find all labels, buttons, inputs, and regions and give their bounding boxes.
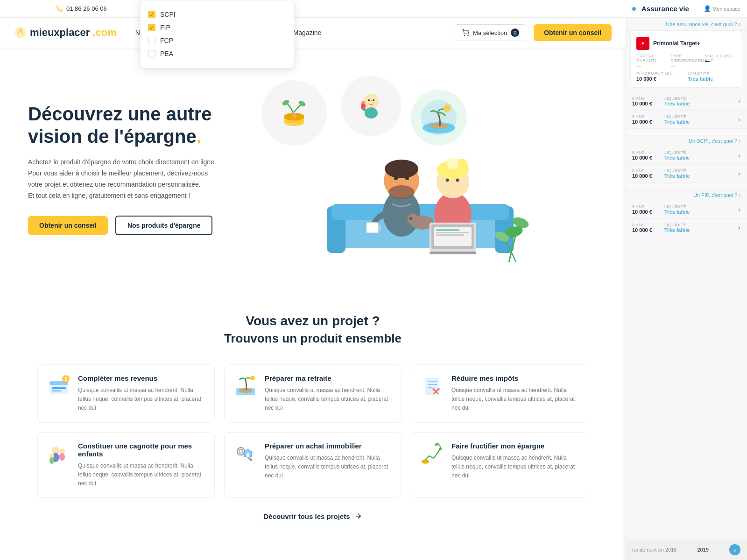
- svg-point-17: [430, 123, 448, 129]
- svg-rect-45: [436, 229, 459, 231]
- cart-icon: [462, 29, 469, 36]
- blue-dot-indicator: [632, 7, 636, 11]
- project-icon-enfants: [47, 442, 70, 465]
- logo-icon: [14, 26, 27, 39]
- hero-products-button[interactable]: Nos produits d'épargne: [115, 216, 213, 235]
- scpi2-ans-label: 8 ANS: [632, 168, 658, 173]
- svg-point-61: [432, 388, 435, 391]
- list-item-scpi-2[interactable]: 8 ANS 10 000 € LIQUIDITÉ Très faible ›: [626, 165, 747, 183]
- revenus-svg: $: [47, 374, 70, 398]
- project-icon-revenus: $: [47, 374, 70, 398]
- capital-garanti-value: —: [636, 63, 668, 69]
- dropdown-item-fip[interactable]: ✓ FIP: [148, 21, 286, 34]
- dropdown-item-fcp[interactable]: FCP: [148, 34, 286, 47]
- epargne-svg: [421, 442, 444, 465]
- baby-circle: [341, 76, 402, 136]
- svg-point-68: [49, 457, 54, 464]
- list-item-scpi-1[interactable]: 6 ANS 10 000 € LIQUIDITÉ Très faible ›: [626, 147, 747, 165]
- min-ans-label: MIN. À 5 ANS: [705, 54, 736, 58]
- selection-button[interactable]: Ma sélection 0: [455, 24, 526, 41]
- list-item-av-1[interactable]: 6 ANS 10 000 € LIQUIDITÉ Très faible ›: [626, 92, 747, 111]
- scpi2-placement: 10 000 €: [632, 173, 658, 179]
- project-card-retraite[interactable]: Préparer ma retraite Quisque convallis u…: [224, 364, 402, 423]
- svg-rect-54: [52, 390, 61, 392]
- top-bar: 01 86 26 06 06: [0, 0, 626, 18]
- svg-point-59: [250, 376, 255, 380]
- pea-checkbox[interactable]: [148, 50, 155, 57]
- featured-product-card[interactable]: P Primonial Target+ CAPITAL GARANTI — TY…: [630, 31, 742, 88]
- project-content-enfants: Constituer une cagnotte pour mes enfants…: [78, 442, 205, 489]
- list-item-fip-1[interactable]: 8 ANS 10 000 € LIQUIDITÉ Très faible ›: [626, 201, 747, 219]
- mon-espace-button[interactable]: 👤 Mon espace: [704, 5, 740, 12]
- scpi-checkbox[interactable]: ✓: [148, 11, 155, 18]
- project-card-enfants[interactable]: Constituer une cagnotte pour mes enfants…: [37, 432, 215, 498]
- phone-icon: [56, 5, 63, 13]
- hero-text: Découvrez une autre vision de l'épargne.…: [28, 103, 233, 235]
- fip1-arrow: ›: [738, 205, 740, 214]
- list-item-fip-2[interactable]: 8 ANS 10 000 € LIQUIDITÉ Très faible ›: [626, 219, 747, 237]
- dropdown-item-pea[interactable]: PEA: [148, 47, 286, 60]
- svg-rect-43: [430, 252, 476, 254]
- nav-magazine[interactable]: Magazine: [293, 29, 322, 36]
- liquidite-label: LIQUIDITÉ: [688, 71, 736, 76]
- projects-subtitle: Trouvons un produit ensemble: [37, 331, 588, 346]
- hero-title-dot: .: [197, 126, 202, 147]
- assurance-vie-learn-link[interactable]: Une assurance vie, c'est quoi ?: [666, 21, 737, 27]
- svg-point-13: [368, 99, 370, 101]
- svg-rect-73: [247, 453, 249, 457]
- project-content-retraite: Préparer ma retraite Quisque convallis u…: [265, 374, 392, 413]
- hero-title: Découvrez une autre vision de l'épargne.: [28, 103, 233, 147]
- project-icon-epargne: [421, 442, 444, 465]
- av2-liq-label: LIQUIDITÉ: [664, 114, 690, 119]
- scpi1-liq-value: Très faible: [664, 155, 690, 161]
- svg-point-3: [468, 35, 468, 35]
- hero-subtitle: Achetez le produit d'épargne de votre ch…: [28, 157, 233, 201]
- av2-liq-value: Très faible: [664, 119, 690, 125]
- svg-point-74: [439, 448, 442, 450]
- fip-checkbox[interactable]: ✓: [148, 24, 155, 31]
- svg-point-33: [409, 217, 412, 220]
- project-content-epargne: Faire fructifier mon épargne Quisque con…: [451, 442, 578, 481]
- dropdown-item-scpi[interactable]: ✓ SCPI: [148, 8, 286, 21]
- product-name: Primonial Target+: [653, 40, 700, 47]
- impots-svg: [421, 374, 444, 398]
- svg-rect-9: [292, 113, 296, 119]
- primonial-logo: P: [636, 37, 649, 50]
- main-header: mieuxplacer.com Nos produits Qui sommes-…: [0, 18, 626, 48]
- scpi1-liq-label: LIQUIDITÉ: [664, 150, 690, 155]
- svg-point-14: [373, 99, 374, 101]
- discover-all-projects-link[interactable]: Découvrir tous les projets: [37, 512, 588, 520]
- footer-next-btn[interactable]: ›: [729, 544, 740, 555]
- phone-number: 01 86 26 06 06: [66, 5, 107, 12]
- projects-section: Vous avez un projet ? Trouvons un produi…: [0, 290, 626, 544]
- svg-point-25: [388, 185, 415, 199]
- arrow-right-icon: [354, 512, 362, 520]
- scpi-learn-link[interactable]: Un SCPI, c'est quoi ? ›: [626, 135, 747, 147]
- scpi1-placement: 10 000 €: [632, 155, 658, 161]
- couple-svg: [303, 132, 537, 262]
- svg-rect-72: [250, 460, 252, 461]
- hero-conseil-button[interactable]: Obtenir un conseil: [28, 216, 108, 235]
- logo-dot-com: .com: [92, 27, 116, 39]
- project-card-immobilier[interactable]: Préparer un achat immobilier Quisque con…: [224, 432, 402, 498]
- phone-link[interactable]: 01 86 26 06 06: [56, 5, 107, 13]
- av2-placement: 10 000 €: [632, 119, 658, 125]
- logo[interactable]: mieuxplacer.com: [14, 26, 117, 39]
- project-card-epargne[interactable]: Faire fructifier mon épargne Quisque con…: [411, 432, 588, 498]
- fcp-checkbox[interactable]: [148, 37, 155, 44]
- project-content-impots: Réduire mes impôts Quisque convallis ut …: [451, 374, 578, 413]
- scpi2-liq-value: Très faible: [664, 173, 690, 179]
- svg-point-27: [394, 176, 398, 180]
- svg-rect-47: [436, 234, 464, 236]
- projects-grid: $ Compléter mes revenus Quisque convalli…: [37, 364, 588, 498]
- selection-label: Ma sélection: [473, 29, 507, 36]
- list-item-av-2[interactable]: 6 ANS 10 000 € LIQUIDITÉ Très faible ›: [626, 111, 747, 129]
- obtenir-conseil-header-button[interactable]: Obtenir un conseil: [534, 24, 612, 41]
- project-card-impots[interactable]: Réduire mes impôts Quisque convallis ut …: [411, 364, 588, 423]
- project-icon-immobilier: [234, 442, 257, 465]
- fip-learn-link[interactable]: Un FIP, c'est quoi ? ›: [626, 189, 747, 201]
- svg-point-77: [422, 460, 429, 462]
- footer-year: 2019: [697, 547, 708, 553]
- couple-illustration: [243, 132, 598, 262]
- project-card-revenus[interactable]: $ Compléter mes revenus Quisque convalli…: [37, 364, 215, 423]
